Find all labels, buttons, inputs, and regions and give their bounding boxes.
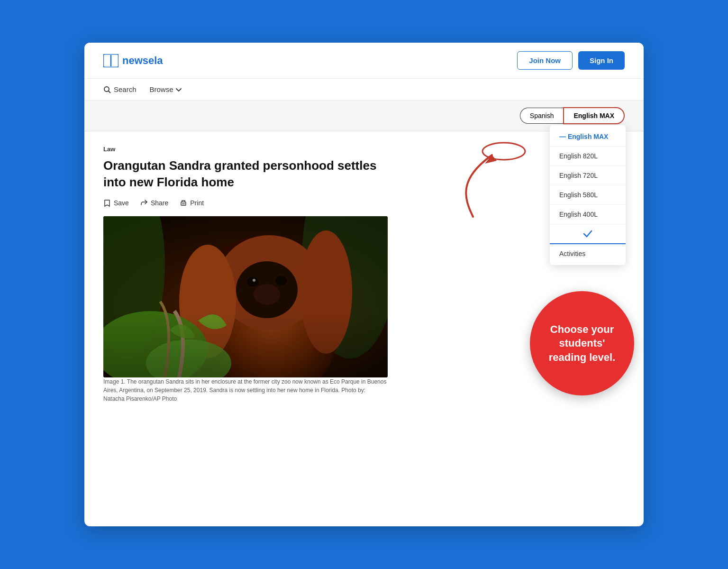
article-area: Law Orangutan Sandra granted personhood … bbox=[84, 131, 473, 424]
bookmark-icon bbox=[103, 199, 111, 207]
svg-point-18 bbox=[103, 311, 208, 377]
svg-point-7 bbox=[103, 216, 165, 358]
article-image bbox=[103, 216, 388, 377]
svg-point-19 bbox=[146, 340, 231, 377]
chevron-down-icon bbox=[175, 86, 182, 93]
newsela-logo-icon bbox=[103, 54, 118, 67]
join-now-button[interactable]: Join Now bbox=[517, 51, 573, 70]
activities-icon bbox=[582, 228, 593, 239]
spanish-button[interactable]: Spanish bbox=[520, 108, 564, 124]
dropdown-item-english-820l[interactable]: English 820L bbox=[550, 147, 626, 166]
sign-in-button[interactable]: Sign In bbox=[578, 51, 625, 70]
article-actions: Save Share Print bbox=[103, 199, 454, 207]
orangutan-photo bbox=[103, 216, 388, 377]
callout-text: Choose your students' reading level. bbox=[530, 313, 634, 374]
header-buttons: Join Now Sign In bbox=[517, 51, 625, 70]
header: newsela Join Now Sign In bbox=[84, 43, 644, 79]
logo-text: newsela bbox=[122, 55, 163, 67]
article-title: Orangutan Sandra granted personhood sett… bbox=[103, 157, 388, 191]
svg-point-12 bbox=[300, 230, 352, 354]
language-bar: Spanish English MAX English MAX English … bbox=[84, 101, 644, 131]
search-nav-item[interactable]: Search bbox=[103, 85, 136, 93]
svg-point-17 bbox=[254, 284, 280, 305]
activities-button[interactable]: Activities bbox=[550, 243, 626, 263]
svg-point-21 bbox=[482, 143, 525, 160]
image-caption: Image 1. The orangutan Sandra sits in he… bbox=[103, 377, 388, 403]
svg-point-15 bbox=[275, 276, 287, 285]
svg-marker-20 bbox=[485, 155, 497, 164]
article-category: Law bbox=[103, 146, 454, 153]
svg-point-11 bbox=[179, 245, 236, 358]
save-button[interactable]: Save bbox=[103, 199, 129, 207]
nav-bar: Search Browse bbox=[84, 79, 644, 101]
callout-circle: Choose your students' reading level. bbox=[530, 291, 634, 395]
dropdown-item-english-580l[interactable]: English 580L bbox=[550, 185, 626, 205]
search-icon bbox=[103, 86, 111, 93]
article-image-container: Image 1. The orangutan Sandra sits in he… bbox=[103, 216, 388, 403]
dropdown-item-english-720l[interactable]: English 720L bbox=[550, 166, 626, 185]
share-button[interactable]: Share bbox=[140, 199, 168, 207]
svg-rect-5 bbox=[182, 203, 185, 204]
share-icon bbox=[140, 199, 148, 207]
english-max-button[interactable]: English MAX bbox=[563, 107, 625, 124]
svg-line-3 bbox=[109, 91, 110, 93]
logo-area: newsela bbox=[103, 54, 163, 67]
reading-level-dropdown: English MAX English 820L English 720L En… bbox=[550, 125, 626, 265]
dropdown-item-english-max[interactable]: English MAX bbox=[550, 127, 626, 147]
browse-nav-item[interactable]: Browse bbox=[150, 85, 182, 93]
svg-point-14 bbox=[247, 277, 258, 286]
print-icon bbox=[180, 199, 187, 207]
search-label: Search bbox=[114, 85, 136, 93]
dropdown-item-english-400l[interactable]: English 400L bbox=[550, 205, 626, 224]
svg-point-16 bbox=[253, 279, 255, 282]
print-button[interactable]: Print bbox=[180, 199, 204, 207]
browse-label: Browse bbox=[150, 85, 173, 93]
